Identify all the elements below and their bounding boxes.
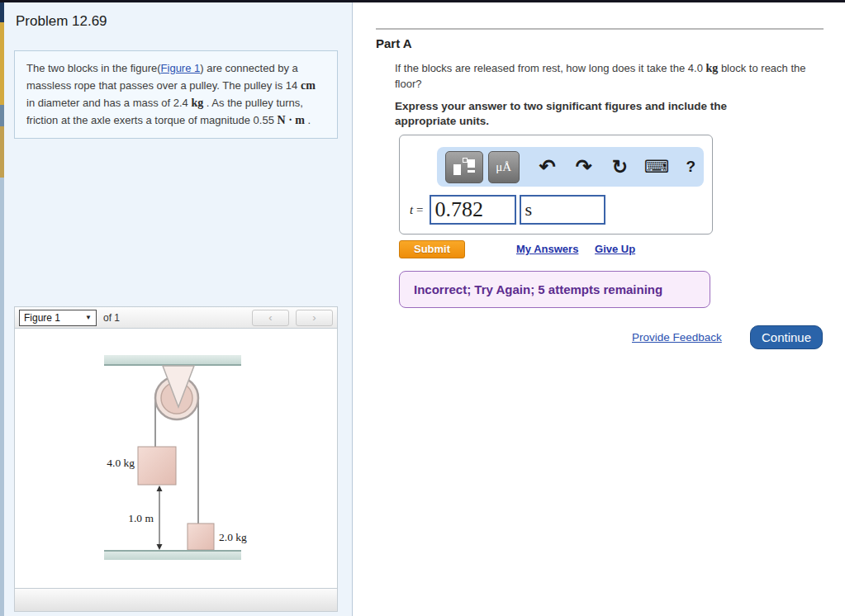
symbol-template-button[interactable] xyxy=(445,151,483,183)
question-text: If the blocks are released from rest, ho… xyxy=(395,60,812,92)
answer-row: t = 0.782 s xyxy=(410,195,605,225)
figure-selector-bar: Figure 1 ▼ of 1 ‹ › xyxy=(14,306,338,329)
dropdown-arrow-icon: ▼ xyxy=(85,314,92,321)
floor-edge xyxy=(104,550,241,552)
ceiling-bar xyxy=(104,355,241,365)
keyboard-icon[interactable]: ⌨ xyxy=(644,157,669,177)
provide-feedback-link[interactable]: Provide Feedback xyxy=(632,331,722,344)
next-figure-button[interactable]: › xyxy=(296,310,333,326)
figure-select[interactable]: Figure 1 ▼ xyxy=(19,310,97,326)
undo-icon[interactable]: ↶ xyxy=(539,155,556,178)
pulley-figure: 4.0 kg 1.0 m 2.0 kg xyxy=(15,329,337,587)
answer-widget: μÅ ↶ ↷ ↻ ⌨ ? t = 0.782 s xyxy=(399,135,713,235)
help-icon[interactable]: ? xyxy=(686,158,695,176)
figure-scrollbar-track[interactable] xyxy=(14,589,338,612)
variable-label: t = xyxy=(410,203,423,217)
answer-instruction: Express your answer to two significant f… xyxy=(395,99,758,128)
figure-count-label: of 1 xyxy=(103,312,120,324)
arrowhead-down xyxy=(157,544,163,550)
answer-links: My Answers Give Up xyxy=(516,243,648,255)
feedback-message: Incorrect; Try Again; 5 attempts remaini… xyxy=(399,271,710,308)
equals-sign: = xyxy=(413,203,423,216)
unit-kg: kg xyxy=(191,97,203,109)
prev-figure-button[interactable]: ‹ xyxy=(252,310,289,326)
equation-toolbar: μÅ ↶ ↷ ↻ ⌨ ? xyxy=(437,147,704,187)
figure-select-value: Figure 1 xyxy=(24,312,60,324)
units-button[interactable]: μÅ xyxy=(488,151,520,183)
problem-page: Problem 12.69 The two blocks in the figu… xyxy=(0,0,845,616)
unit-cm: cm xyxy=(301,79,316,92)
block-4kg-label: 4.0 kg xyxy=(107,457,135,469)
arrowhead-up xyxy=(157,486,163,491)
description-text: in diameter and has a mass of 2.4 xyxy=(26,97,191,109)
unit-kg: kg xyxy=(705,62,718,74)
figure-canvas: 4.0 kg 1.0 m 2.0 kg xyxy=(14,329,338,589)
problem-panel: Problem 12.69 The two blocks in the figu… xyxy=(4,2,353,616)
redo-icon[interactable]: ↷ xyxy=(576,155,592,178)
symbol-template-icon xyxy=(453,158,475,176)
block-4kg xyxy=(138,447,176,485)
page-title: Problem 12.69 xyxy=(16,13,107,30)
section-divider xyxy=(376,28,824,30)
description-text: . xyxy=(305,114,311,126)
reset-icon[interactable]: ↻ xyxy=(612,156,628,178)
question-segment: If the blocks are released from rest, ho… xyxy=(395,62,705,74)
answer-panel: Part A If the blocks are released from r… xyxy=(354,2,845,616)
continue-button[interactable]: Continue xyxy=(750,325,823,349)
my-answers-link[interactable]: My Answers xyxy=(516,243,578,255)
value-input[interactable]: 0.782 xyxy=(430,195,516,225)
problem-description: The two blocks in the figure(Figure 1) a… xyxy=(14,50,338,139)
block-2kg-label: 2.0 kg xyxy=(219,531,247,543)
figure-link[interactable]: Figure 1 xyxy=(161,62,201,74)
unit-nm: N · m xyxy=(278,114,305,126)
part-heading: Part A xyxy=(376,36,412,50)
give-up-link[interactable]: Give Up xyxy=(595,243,635,255)
figure-nav: ‹ › xyxy=(252,310,333,326)
submit-button[interactable]: Submit xyxy=(399,240,465,258)
units-input[interactable]: s xyxy=(520,195,605,225)
description-text: The two blocks in the figure( xyxy=(26,62,161,74)
block-2kg xyxy=(188,524,214,550)
distance-label: 1.0 m xyxy=(128,512,154,524)
